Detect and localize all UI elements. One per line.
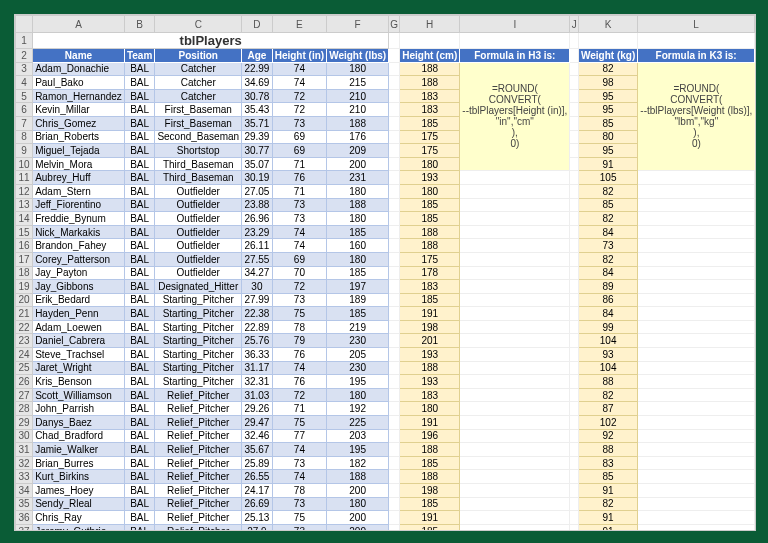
header-hin[interactable]: Height (in) (272, 49, 326, 63)
cell-team[interactable]: BAL (124, 511, 155, 525)
cell-name[interactable]: Adam_Donachie (33, 62, 125, 76)
cell-age[interactable]: 35.71 (242, 116, 273, 130)
cell-name[interactable]: Scott_Williamson (33, 388, 125, 402)
cell-age[interactable]: 26.96 (242, 212, 273, 226)
cell[interactable] (570, 49, 579, 63)
cell[interactable] (389, 212, 400, 226)
cell-height-in[interactable]: 73 (272, 212, 326, 226)
cell[interactable] (570, 171, 579, 185)
cell[interactable] (570, 116, 579, 130)
row-header[interactable]: 12 (16, 184, 33, 198)
row-header[interactable]: 27 (16, 388, 33, 402)
cell[interactable] (460, 429, 570, 443)
cell[interactable] (638, 361, 755, 375)
cell-team[interactable]: BAL (124, 348, 155, 362)
header-age[interactable]: Age (242, 49, 273, 63)
cell-weight-lb[interactable]: 210 (327, 103, 389, 117)
cell[interactable] (638, 225, 755, 239)
cell-position[interactable]: Outfielder (155, 212, 242, 226)
cell-weight-kg[interactable]: 84 (578, 307, 637, 321)
cell[interactable] (460, 307, 570, 321)
cell-weight-lb[interactable]: 200 (327, 511, 389, 525)
cell-name[interactable]: Adam_Stern (33, 184, 125, 198)
cell-weight-lb[interactable]: 205 (327, 348, 389, 362)
row-header[interactable]: 21 (16, 307, 33, 321)
cell[interactable] (570, 402, 579, 416)
cell-weight-kg[interactable]: 102 (578, 416, 637, 430)
cell[interactable] (460, 348, 570, 362)
cell-team[interactable]: BAL (124, 388, 155, 402)
col-header-L[interactable]: L (638, 16, 755, 33)
cell-name[interactable]: Danys_Baez (33, 416, 125, 430)
cell[interactable] (389, 402, 400, 416)
cell-height-cm[interactable]: 178 (400, 266, 460, 280)
cell-name[interactable]: Erik_Bedard (33, 293, 125, 307)
cell-position[interactable]: Outfielder (155, 184, 242, 198)
row-header[interactable]: 9 (16, 144, 33, 158)
cell-height-cm[interactable]: 188 (400, 443, 460, 457)
cell-age[interactable]: 27.99 (242, 293, 273, 307)
cell[interactable] (570, 524, 579, 531)
cell[interactable] (460, 443, 570, 457)
row-header[interactable]: 4 (16, 76, 33, 90)
col-header-F[interactable]: F (327, 16, 389, 33)
cell-name[interactable]: John_Parrish (33, 402, 125, 416)
cell[interactable] (389, 470, 400, 484)
row-header[interactable]: 36 (16, 511, 33, 525)
cell-weight-lb[interactable]: 189 (327, 293, 389, 307)
cell-team[interactable]: BAL (124, 212, 155, 226)
row-header[interactable]: 18 (16, 266, 33, 280)
cell-position[interactable]: Third_Baseman (155, 157, 242, 171)
row-header[interactable]: 23 (16, 334, 33, 348)
cell-name[interactable]: Chris_Gomez (33, 116, 125, 130)
cell-height-in[interactable]: 73 (272, 497, 326, 511)
row-header[interactable]: 16 (16, 239, 33, 253)
cell-weight-kg[interactable]: 104 (578, 361, 637, 375)
cell[interactable] (570, 212, 579, 226)
row-header[interactable]: 22 (16, 320, 33, 334)
cell-weight-lb[interactable]: 230 (327, 334, 389, 348)
cell-height-in[interactable]: 72 (272, 280, 326, 294)
cell-name[interactable]: Jeremy_Guthrie (33, 524, 125, 531)
cell[interactable] (638, 171, 755, 185)
cell-weight-lb[interactable]: 195 (327, 375, 389, 389)
header-name[interactable]: Name (33, 49, 125, 63)
cell[interactable] (638, 470, 755, 484)
cell-height-cm[interactable]: 185 (400, 524, 460, 531)
cell[interactable] (389, 266, 400, 280)
cell-height-cm[interactable]: 188 (400, 239, 460, 253)
cell-position[interactable]: Relief_Pitcher (155, 456, 242, 470)
cell-weight-lb[interactable]: 219 (327, 320, 389, 334)
cell[interactable] (638, 484, 755, 498)
cell[interactable] (460, 266, 570, 280)
cell-age[interactable]: 24.17 (242, 484, 273, 498)
cell-height-in[interactable]: 72 (272, 89, 326, 103)
cell-weight-lb[interactable]: 197 (327, 280, 389, 294)
col-header-E[interactable]: E (272, 16, 326, 33)
cell[interactable] (389, 334, 400, 348)
cell-age[interactable]: 30.78 (242, 89, 273, 103)
cell-weight-lb[interactable]: 210 (327, 89, 389, 103)
header-wlb[interactable]: Weight (lbs) (327, 49, 389, 63)
cell-weight-lb[interactable]: 180 (327, 497, 389, 511)
cell-position[interactable]: Relief_Pitcher (155, 497, 242, 511)
cell-name[interactable]: Melvin_Mora (33, 157, 125, 171)
cell-position[interactable]: Starting_Pitcher (155, 320, 242, 334)
cell[interactable] (389, 130, 400, 144)
row-header[interactable]: 14 (16, 212, 33, 226)
header-hcm[interactable]: Height (cm) (400, 49, 460, 63)
cell-name[interactable]: Adam_Loewen (33, 320, 125, 334)
cell-weight-kg[interactable]: 105 (578, 171, 637, 185)
cell-team[interactable]: BAL (124, 239, 155, 253)
cell[interactable] (570, 334, 579, 348)
cell-height-cm[interactable]: 191 (400, 307, 460, 321)
cell[interactable] (389, 443, 400, 457)
cell-age[interactable]: 26.11 (242, 239, 273, 253)
cell[interactable] (638, 266, 755, 280)
cell-height-cm[interactable]: 191 (400, 511, 460, 525)
cell-team[interactable]: BAL (124, 89, 155, 103)
cell-weight-kg[interactable]: 80 (578, 130, 637, 144)
row-header[interactable]: 11 (16, 171, 33, 185)
cell[interactable] (570, 484, 579, 498)
cell[interactable] (638, 320, 755, 334)
